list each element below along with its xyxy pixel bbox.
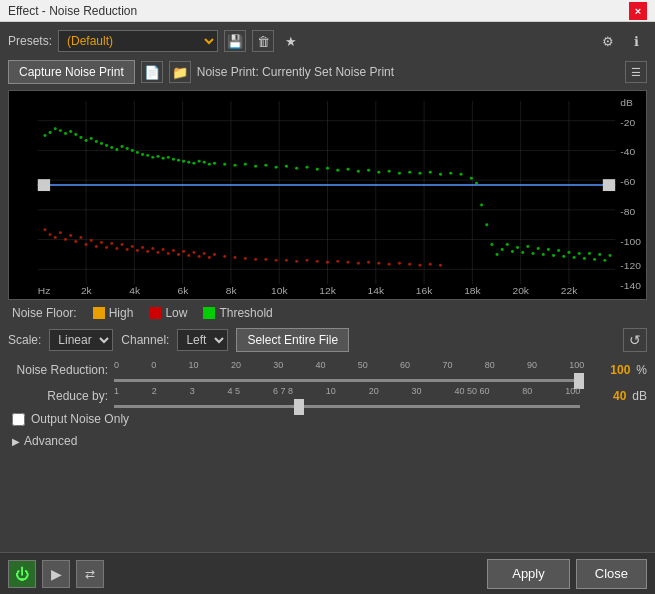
noise-reduction-slider[interactable]: [114, 379, 584, 382]
svg-point-140: [223, 255, 226, 258]
svg-point-53: [213, 162, 216, 165]
apply-button[interactable]: Apply: [487, 559, 570, 589]
settings-icon-button[interactable]: ⚙: [597, 30, 619, 52]
svg-point-65: [336, 169, 339, 172]
svg-point-128: [156, 251, 159, 254]
legend-low-dot: [149, 307, 161, 319]
noise-reduction-unit: %: [636, 363, 647, 377]
presets-row: Presets: (Default) 💾 🗑 ★ ⚙ ℹ: [8, 30, 647, 52]
svg-point-33: [110, 146, 113, 149]
select-entire-file-button[interactable]: Select Entire File: [236, 328, 349, 352]
svg-text:8k: 8k: [226, 285, 238, 296]
svg-point-61: [295, 167, 298, 170]
svg-point-77: [460, 173, 463, 176]
favorite-preset-button[interactable]: ★: [280, 30, 302, 52]
svg-point-126: [146, 250, 149, 253]
svg-point-146: [285, 259, 288, 262]
reduce-by-slider[interactable]: [114, 405, 580, 408]
svg-point-38: [136, 151, 139, 154]
svg-text:18k: 18k: [464, 285, 482, 296]
svg-point-127: [151, 247, 154, 250]
play-button[interactable]: ▶: [42, 560, 70, 588]
svg-point-103: [598, 253, 601, 256]
svg-point-34: [115, 148, 118, 151]
noise-floor-label: Noise Floor:: [12, 306, 77, 320]
legend-threshold: Threshold: [203, 306, 272, 320]
svg-point-150: [326, 261, 329, 264]
svg-point-72: [408, 171, 411, 174]
svg-point-81: [485, 223, 488, 226]
capture-noise-print-button[interactable]: Capture Noise Print: [8, 60, 135, 84]
svg-point-149: [316, 260, 319, 263]
reduce-by-unit: dB: [632, 389, 647, 403]
reset-button[interactable]: ↺: [623, 328, 647, 352]
svg-point-139: [213, 253, 216, 256]
frequency-chart: dB -20 -40 -60 -80 -100 -120 -140 Hz 2k …: [8, 90, 647, 300]
power-button[interactable]: ⏻: [8, 560, 36, 588]
noise-print-label: Noise Print: Currently Set Noise Print: [197, 65, 619, 79]
svg-point-83: [495, 253, 498, 256]
svg-point-59: [275, 166, 278, 169]
svg-text:-120: -120: [620, 260, 641, 271]
svg-point-48: [187, 161, 190, 164]
svg-text:-20: -20: [620, 117, 635, 128]
scale-channel-row: Scale: Linear Channel: Left Select Entir…: [8, 328, 647, 352]
svg-point-121: [120, 243, 123, 246]
svg-point-84: [501, 248, 504, 251]
svg-point-78: [470, 177, 473, 180]
presets-select[interactable]: (Default): [58, 30, 218, 52]
svg-point-42: [156, 155, 159, 158]
noise-reduction-value: 100: [590, 363, 630, 377]
noise-print-menu-button[interactable]: ☰: [625, 61, 647, 83]
svg-point-107: [49, 233, 52, 236]
svg-text:6k: 6k: [177, 285, 189, 296]
svg-point-155: [377, 262, 380, 265]
close-dialog-button[interactable]: Close: [576, 559, 647, 589]
svg-point-116: [95, 245, 98, 248]
svg-point-122: [126, 248, 129, 251]
svg-point-36: [126, 147, 129, 150]
svg-point-94: [552, 254, 555, 257]
svg-point-135: [192, 251, 195, 254]
load-noise-print-button[interactable]: 📄: [141, 61, 163, 83]
presets-label: Presets:: [8, 34, 52, 48]
svg-point-41: [151, 156, 154, 159]
svg-point-47: [182, 160, 185, 163]
svg-point-55: [233, 164, 236, 167]
info-button[interactable]: ℹ: [625, 30, 647, 52]
svg-point-143: [254, 258, 257, 261]
svg-point-105: [608, 254, 611, 257]
scale-select[interactable]: Linear: [49, 329, 113, 351]
output-noise-checkbox[interactable]: [12, 413, 25, 426]
svg-point-142: [244, 257, 247, 260]
svg-point-69: [377, 171, 380, 174]
save-noise-print-button[interactable]: 📁: [169, 61, 191, 83]
legend-high-dot: [93, 307, 105, 319]
svg-text:22k: 22k: [561, 285, 579, 296]
svg-point-125: [141, 246, 144, 249]
window-close-button[interactable]: ×: [629, 2, 647, 20]
svg-point-51: [203, 161, 206, 164]
svg-point-157: [398, 262, 401, 265]
advanced-row[interactable]: ▶ Advanced: [8, 434, 647, 448]
svg-text:2k: 2k: [81, 285, 93, 296]
svg-point-67: [357, 170, 360, 173]
reduce-by-slider-container: 1234 56 7 810203040 50 6080100: [114, 386, 580, 406]
svg-point-158: [408, 263, 411, 266]
loop-button[interactable]: ⇄: [76, 560, 104, 588]
svg-text:16k: 16k: [416, 285, 434, 296]
svg-point-138: [208, 256, 211, 259]
svg-point-108: [54, 236, 57, 239]
svg-point-102: [593, 258, 596, 261]
delete-preset-button[interactable]: 🗑: [252, 30, 274, 52]
svg-point-113: [79, 236, 82, 239]
svg-point-100: [583, 257, 586, 260]
noise-reduction-label: Noise Reduction:: [8, 363, 108, 377]
window-title: Effect - Noise Reduction: [8, 4, 137, 18]
save-preset-button[interactable]: 💾: [224, 30, 246, 52]
svg-point-23: [59, 129, 62, 132]
channel-select[interactable]: Left: [177, 329, 228, 351]
noise-reduction-row: Noise Reduction: 00102030405060708090100…: [8, 360, 647, 380]
svg-point-129: [162, 248, 165, 251]
svg-point-145: [275, 259, 278, 262]
